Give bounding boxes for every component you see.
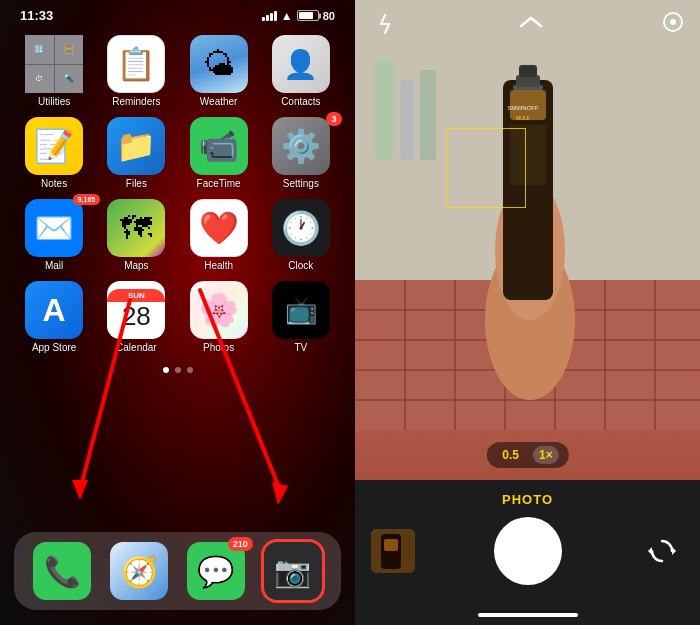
flash-icon[interactable] — [371, 10, 399, 38]
app-label-tv: TV — [294, 342, 307, 353]
focus-rectangle — [446, 128, 526, 208]
battery-percent: 80 — [323, 10, 335, 22]
svg-line-31 — [385, 24, 389, 33]
app-label-appstore: App Store — [32, 342, 76, 353]
svg-marker-38 — [648, 547, 652, 555]
svg-point-33 — [670, 19, 676, 25]
dock-camera[interactable]: 📷 — [264, 542, 322, 600]
app-label-maps: Maps — [124, 260, 148, 271]
home-indicator — [355, 605, 700, 625]
messages-badge: 210 — [228, 537, 253, 551]
app-label-health: Health — [204, 260, 233, 271]
camera-controls-row — [371, 517, 684, 585]
page-dot-1 — [163, 367, 169, 373]
app-appstore[interactable]: A App Store — [18, 281, 90, 353]
app-notes[interactable]: 📝 Notes — [18, 117, 90, 189]
page-dot-2 — [175, 367, 181, 373]
app-contacts[interactable]: 👤 Contacts — [265, 35, 337, 107]
camera-top-bar — [355, 0, 700, 48]
app-weather[interactable]: 🌤 Weather — [183, 35, 255, 107]
svg-marker-1 — [72, 480, 88, 500]
svg-marker-37 — [672, 547, 676, 555]
svg-rect-6 — [400, 80, 414, 160]
status-icons: ▲ 80 — [262, 9, 335, 23]
dock-messages[interactable]: 💬 210 — [187, 542, 245, 600]
app-settings[interactable]: ⚙️ 3 Settings — [265, 117, 337, 189]
svg-rect-5 — [375, 60, 393, 160]
app-label-mail: Mail — [45, 260, 63, 271]
camera-screen: SMIRNOFF MULE 0.5 1× — [355, 0, 700, 625]
app-label-settings: Settings — [283, 178, 319, 189]
app-utilities[interactable]: 🔢 🧮 ⏱ 🔦 Utilities — [18, 35, 90, 107]
app-label-reminders: Reminders — [112, 96, 160, 107]
app-label-photos: Photos — [203, 342, 234, 353]
svg-rect-7 — [420, 70, 436, 160]
camera-highlight-box — [261, 539, 325, 603]
signal-icon — [262, 11, 277, 21]
time: 11:33 — [20, 8, 53, 23]
zoom-controls: 0.5 1× — [486, 442, 568, 468]
svg-text:MULE: MULE — [516, 115, 531, 121]
flip-camera-button[interactable] — [640, 529, 684, 573]
camera-bottom-controls: PHOTO — [355, 480, 700, 605]
shutter-button[interactable] — [494, 517, 562, 585]
camera-thumbnail[interactable] — [371, 529, 415, 573]
app-calendar[interactable]: SUN 28 Calendar — [100, 281, 172, 353]
app-tv[interactable]: 📺 TV — [265, 281, 337, 353]
app-health[interactable]: ❤️ Health — [183, 199, 255, 271]
svg-marker-3 — [272, 482, 288, 505]
page-dot-3 — [187, 367, 193, 373]
app-label-calendar: Calendar — [116, 342, 157, 353]
app-label-clock: Clock — [288, 260, 313, 271]
svg-rect-36 — [384, 539, 398, 551]
dock: 📞 🧭 💬 210 📷 — [14, 532, 341, 610]
app-maps[interactable]: 🗺 Maps — [100, 199, 172, 271]
camera-viewfinder: SMIRNOFF MULE 0.5 1× — [355, 0, 700, 480]
svg-text:SMIRNOFF: SMIRNOFF — [507, 105, 539, 111]
app-files[interactable]: 📁 Files — [100, 117, 172, 189]
dock-phone[interactable]: 📞 — [33, 542, 91, 600]
mail-badge: 9,165 — [73, 194, 101, 205]
wifi-icon: ▲ — [281, 9, 293, 23]
status-bar: 11:33 ▲ 80 — [0, 0, 355, 27]
app-label-contacts: Contacts — [281, 96, 320, 107]
camera-photo-bg: SMIRNOFF MULE — [355, 0, 700, 480]
battery-icon — [297, 10, 319, 21]
camera-chevron-up[interactable] — [519, 14, 543, 35]
app-mail[interactable]: ✉️ 9,165 Mail — [18, 199, 90, 271]
app-clock[interactable]: 🕐 Clock — [265, 199, 337, 271]
app-photos[interactable]: 🌸 Photos — [183, 281, 255, 353]
iphone-home-screen: 11:33 ▲ 80 🔢 🧮 ⏱ — [0, 0, 355, 625]
home-bar — [478, 613, 578, 617]
zoom-05-button[interactable]: 0.5 — [496, 446, 525, 464]
app-label-utilities: Utilities — [38, 96, 70, 107]
apps-grid: 🔢 🧮 ⏱ 🔦 Utilities 📋 Reminders 🌤 Weather … — [0, 27, 355, 361]
camera-live-icon[interactable] — [662, 11, 684, 38]
app-facetime[interactable]: 📹 FaceTime — [183, 117, 255, 189]
svg-line-29 — [381, 15, 385, 24]
app-label-weather: Weather — [200, 96, 238, 107]
app-label-facetime: FaceTime — [197, 178, 241, 189]
zoom-1x-button[interactable]: 1× — [533, 446, 559, 464]
app-label-files: Files — [126, 178, 147, 189]
camera-mode-label: PHOTO — [371, 492, 684, 507]
settings-badge: 3 — [326, 112, 342, 126]
app-label-notes: Notes — [41, 178, 67, 189]
dock-safari[interactable]: 🧭 — [110, 542, 168, 600]
app-reminders[interactable]: 📋 Reminders — [100, 35, 172, 107]
svg-rect-28 — [519, 65, 537, 77]
utilities-icon: 🔢 🧮 ⏱ 🔦 — [25, 35, 83, 93]
page-dots — [0, 367, 355, 373]
